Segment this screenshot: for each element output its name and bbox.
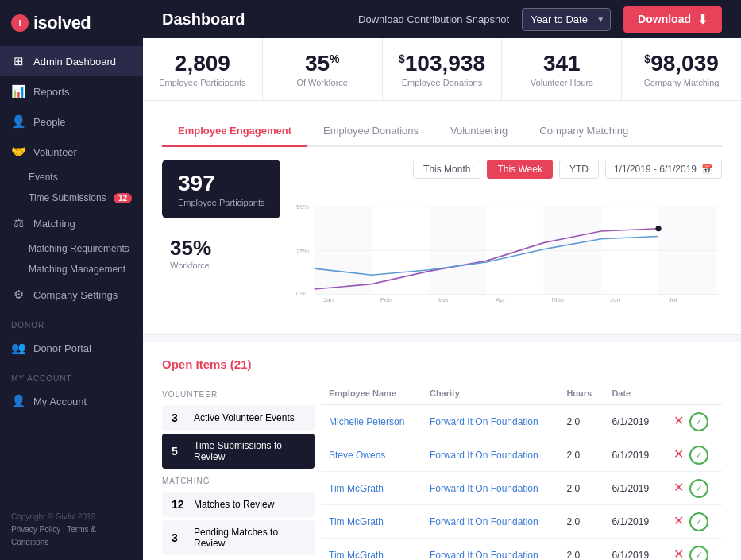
stat-matching: $98,039 Company Matching xyxy=(622,38,741,100)
employee-link-0[interactable]: Michelle Peterson xyxy=(329,416,404,427)
approve-btn-0[interactable]: ✓ xyxy=(689,412,708,431)
employee-link-4[interactable]: Tim McGrath xyxy=(329,550,384,561)
sidebar-label-matching: Matching xyxy=(33,218,75,230)
matches-label: Matches to Review xyxy=(194,499,274,510)
sidebar-item-reports[interactable]: 📊 Reports xyxy=(0,76,143,106)
svg-text:Mar: Mar xyxy=(438,296,449,303)
sidebar-label-company-settings: Company Settings xyxy=(33,289,118,301)
stat-employee-participants: 2,809 Employee Participants xyxy=(143,38,263,100)
table-row: Michelle Peterson Forward It On Foundati… xyxy=(321,405,722,438)
download-button[interactable]: Download ⬇ xyxy=(623,6,722,33)
stat-workforce: 35% Of Workforce xyxy=(263,38,383,100)
sidebar-sub-matching-mgmt[interactable]: Matching Management xyxy=(0,259,143,280)
cell-actions-2: ✕ ✓ xyxy=(662,472,722,505)
sidebar-item-donor-portal[interactable]: 👥 Donor Portal xyxy=(0,333,143,363)
privacy-link[interactable]: Privacy Policy xyxy=(11,525,60,534)
svg-rect-8 xyxy=(544,207,601,294)
reject-btn-3[interactable]: ✕ xyxy=(670,512,687,530)
cell-employee-2: Tim McGrath xyxy=(321,472,422,505)
sidebar-sub-matching-req[interactable]: Matching Requirements xyxy=(0,238,143,259)
sidebar-sub-events[interactable]: Events xyxy=(0,167,143,187)
reject-btn-0[interactable]: ✕ xyxy=(670,411,687,430)
employee-link-1[interactable]: Steve Owens xyxy=(329,450,385,461)
reject-btn-1[interactable]: ✕ xyxy=(670,445,687,463)
open-items-layout: VOLUNTEER 3 Active Volunteer Events 5 Ti… xyxy=(162,382,722,560)
open-item-pending-matches[interactable]: 3 Pending Matches to Review xyxy=(162,520,315,555)
open-items-sidebar: VOLUNTEER 3 Active Volunteer Events 5 Ti… xyxy=(162,382,321,560)
charity-link-4[interactable]: Forward It On Foundation xyxy=(430,550,538,561)
main-content: Dashboard Download Contribution Snapshot… xyxy=(143,0,741,560)
download-label: Download xyxy=(638,13,691,25)
period-select[interactable]: Year to Date This Month This Week Custom xyxy=(522,8,611,31)
approve-btn-1[interactable]: ✓ xyxy=(689,446,708,465)
logo-text: isolved xyxy=(33,13,91,33)
chart-svg: 50% 25% 0% xyxy=(296,188,722,315)
cell-employee-4: Tim McGrath xyxy=(321,539,422,561)
stat-volunteer-hours: 341 Volunteer Hours xyxy=(502,38,622,100)
cell-date-3: 6/1/2019 xyxy=(604,505,662,539)
sidebar-item-my-account[interactable]: 👤 My Account xyxy=(0,386,143,416)
cell-charity-2: Forward It On Foundation xyxy=(422,472,558,505)
open-item-active-events[interactable]: 3 Active Volunteer Events xyxy=(162,405,315,431)
approve-btn-3[interactable]: ✓ xyxy=(689,512,708,531)
reject-btn-4[interactable]: ✕ xyxy=(670,545,687,560)
big-num-label: Employee Participants xyxy=(178,198,264,207)
tab-employee-engagement[interactable]: Employee Engagement xyxy=(162,117,307,147)
matching-section-label: MATCHING xyxy=(162,477,315,485)
sidebar-item-volunteer[interactable]: 🤝 Volunteer xyxy=(0,137,143,167)
logo-icon: i xyxy=(11,14,29,32)
stat-num-hours: 341 xyxy=(510,51,613,76)
stat-label-participants: Employee Participants xyxy=(151,78,254,87)
svg-text:May: May xyxy=(552,296,565,303)
sidebar-item-admin-dashboard[interactable]: ⊞ Admin Dashboard xyxy=(0,46,143,76)
open-item-time-submissions[interactable]: 5 Time Submissions to Review xyxy=(162,434,315,469)
open-items-table: Employee Name Charity Hours Date Michell… xyxy=(321,382,722,560)
open-item-matches-review[interactable]: 12 Matches to Review xyxy=(162,492,315,517)
date-range-picker[interactable]: 1/1/2019 - 6/1/2019 📅 xyxy=(605,160,722,179)
this-week-btn[interactable]: This Week xyxy=(487,160,552,179)
ytd-btn[interactable]: YTD xyxy=(559,160,599,179)
stat-num-participants: 2,809 xyxy=(151,51,254,76)
tab-volunteering[interactable]: Volunteering xyxy=(434,117,523,147)
cell-charity-1: Forward It On Foundation xyxy=(422,438,558,472)
stat-label-workforce: Of Workforce xyxy=(271,78,374,87)
charity-link-0[interactable]: Forward It On Foundation xyxy=(430,416,538,427)
sidebar-section-donor: DONOR xyxy=(0,310,143,333)
copyright-text: Copyright © Givful 2019 xyxy=(11,511,132,523)
svg-text:Jul: Jul xyxy=(669,296,677,303)
reject-btn-2[interactable]: ✕ xyxy=(670,478,687,496)
chart-pct: 35% Workforce xyxy=(162,225,280,281)
reports-icon: 📊 xyxy=(11,84,25,98)
approve-btn-2[interactable]: ✓ xyxy=(689,479,708,498)
cell-hours-3: 2.0 xyxy=(558,505,604,539)
cell-charity-3: Forward It On Foundation xyxy=(422,505,558,539)
cell-actions-0: ✕ ✓ xyxy=(662,405,722,438)
table-row: Steve Owens Forward It On Foundation 2.0… xyxy=(321,438,722,472)
charity-link-2[interactable]: Forward It On Foundation xyxy=(430,483,538,494)
cell-employee-0: Michelle Peterson xyxy=(321,405,422,438)
sidebar-item-matching[interactable]: ⚖ Matching xyxy=(0,208,143,238)
charity-link-1[interactable]: Forward It On Foundation xyxy=(430,450,538,461)
svg-text:Jun: Jun xyxy=(611,296,621,303)
charity-link-3[interactable]: Forward It On Foundation xyxy=(430,516,538,527)
sidebar-sub-time-submissions[interactable]: Time Submissions 12 xyxy=(0,187,143,208)
sidebar-item-company-settings[interactable]: ⚙ Company Settings xyxy=(0,280,143,310)
employee-link-2[interactable]: Tim McGrath xyxy=(329,483,384,494)
col-employee-name: Employee Name xyxy=(321,382,422,405)
pct-label: Workforce xyxy=(170,261,272,270)
sidebar-item-people[interactable]: 👤 People xyxy=(0,106,143,137)
approve-btn-4[interactable]: ✓ xyxy=(689,546,708,560)
svg-text:50%: 50% xyxy=(296,203,309,210)
employee-link-3[interactable]: Tim McGrath xyxy=(329,516,384,527)
chart-big-number: 397 Employee Participants xyxy=(162,160,280,218)
cell-employee-1: Steve Owens xyxy=(321,438,422,472)
tab-employee-donations[interactable]: Employee Donations xyxy=(307,117,434,147)
active-events-label: Active Volunteer Events xyxy=(194,412,295,423)
chart-controls: This Month This Week YTD 1/1/2019 - 6/1/… xyxy=(296,160,722,179)
this-month-btn[interactable]: This Month xyxy=(413,160,480,179)
tab-company-matching[interactable]: Company Matching xyxy=(523,117,644,147)
cell-date-0: 6/1/2019 xyxy=(604,405,662,438)
chart-section: Employee Engagement Employee Donations V… xyxy=(143,101,741,335)
svg-text:Feb: Feb xyxy=(380,296,392,303)
stats-row: 2,809 Employee Participants 35% Of Workf… xyxy=(143,38,741,101)
